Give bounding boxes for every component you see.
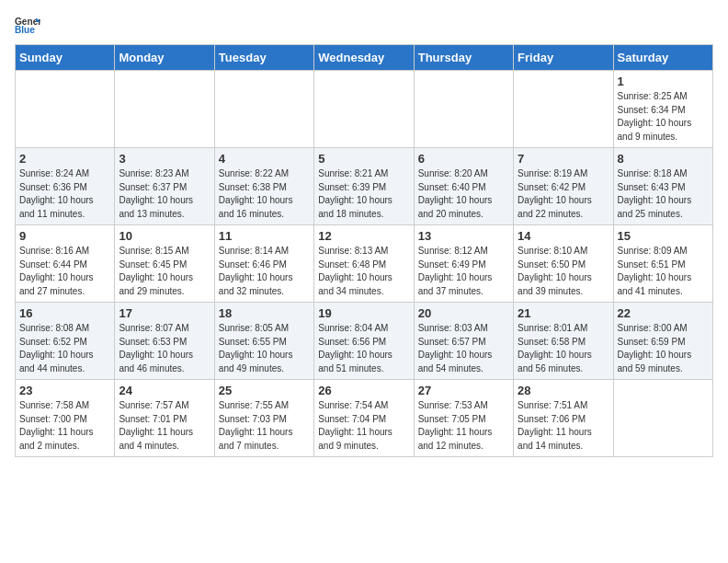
calendar-day-cell bbox=[414, 71, 513, 148]
day-info-text: Sunrise: 8:07 AM Sunset: 6:53 PM Dayligh… bbox=[119, 322, 210, 375]
day-number: 24 bbox=[119, 384, 210, 397]
day-info-text: Sunrise: 8:21 AM Sunset: 6:39 PM Dayligh… bbox=[318, 167, 409, 221]
day-info-text: Sunrise: 8:15 AM Sunset: 6:45 PM Dayligh… bbox=[119, 245, 210, 298]
day-info-text: Sunrise: 7:55 AM Sunset: 7:03 PM Dayligh… bbox=[219, 399, 310, 453]
day-info-text: Sunrise: 7:57 AM Sunset: 7:01 PM Dayligh… bbox=[119, 399, 210, 453]
day-number: 14 bbox=[518, 229, 609, 243]
calendar-day-cell bbox=[214, 71, 313, 148]
day-of-week-header: Tuesday bbox=[214, 45, 313, 71]
generalblue-logo-icon: General Blue bbox=[15, 15, 40, 35]
day-number: 3 bbox=[119, 152, 210, 166]
day-of-week-header: Wednesday bbox=[314, 45, 414, 71]
calendar-day-cell: 14Sunrise: 8:10 AM Sunset: 6:50 PM Dayli… bbox=[514, 225, 613, 303]
calendar-day-cell bbox=[514, 71, 613, 148]
calendar-day-cell: 18Sunrise: 8:05 AM Sunset: 6:55 PM Dayli… bbox=[214, 303, 313, 380]
day-number: 23 bbox=[19, 384, 110, 397]
day-number: 7 bbox=[518, 152, 609, 166]
calendar-day-cell: 16Sunrise: 8:08 AM Sunset: 6:52 PM Dayli… bbox=[16, 303, 115, 380]
day-number: 27 bbox=[418, 384, 509, 397]
calendar-day-cell: 23Sunrise: 7:58 AM Sunset: 7:00 PM Dayli… bbox=[16, 380, 115, 457]
calendar-week-row: 16Sunrise: 8:08 AM Sunset: 6:52 PM Dayli… bbox=[16, 303, 713, 380]
calendar-day-cell: 17Sunrise: 8:07 AM Sunset: 6:53 PM Dayli… bbox=[115, 303, 214, 380]
day-info-text: Sunrise: 8:22 AM Sunset: 6:38 PM Dayligh… bbox=[219, 167, 310, 221]
day-number: 26 bbox=[318, 384, 409, 397]
calendar-day-cell: 15Sunrise: 8:09 AM Sunset: 6:51 PM Dayli… bbox=[613, 225, 712, 303]
day-number: 19 bbox=[318, 306, 409, 320]
day-of-week-header: Friday bbox=[514, 45, 613, 71]
calendar-day-cell: 20Sunrise: 8:03 AM Sunset: 6:57 PM Dayli… bbox=[414, 303, 513, 380]
day-info-text: Sunrise: 8:03 AM Sunset: 6:57 PM Dayligh… bbox=[418, 322, 509, 375]
day-number: 20 bbox=[418, 306, 509, 320]
calendar-day-cell: 1Sunrise: 8:25 AM Sunset: 6:34 PM Daylig… bbox=[613, 71, 712, 148]
page-header: General Blue bbox=[15, 15, 713, 35]
day-info-text: Sunrise: 8:04 AM Sunset: 6:56 PM Dayligh… bbox=[318, 322, 409, 375]
day-info-text: Sunrise: 8:20 AM Sunset: 6:40 PM Dayligh… bbox=[418, 167, 509, 221]
day-info-text: Sunrise: 8:12 AM Sunset: 6:49 PM Dayligh… bbox=[418, 245, 509, 298]
day-info-text: Sunrise: 8:19 AM Sunset: 6:42 PM Dayligh… bbox=[518, 167, 609, 221]
day-of-week-header: Sunday bbox=[16, 45, 115, 71]
svg-text:Blue: Blue bbox=[15, 25, 35, 35]
day-number: 25 bbox=[219, 384, 310, 397]
calendar-day-cell: 13Sunrise: 8:12 AM Sunset: 6:49 PM Dayli… bbox=[414, 225, 513, 303]
calendar-day-cell: 25Sunrise: 7:55 AM Sunset: 7:03 PM Dayli… bbox=[214, 380, 313, 457]
calendar-day-cell bbox=[314, 71, 414, 148]
day-info-text: Sunrise: 7:51 AM Sunset: 7:06 PM Dayligh… bbox=[518, 399, 609, 453]
calendar-week-row: 9Sunrise: 8:16 AM Sunset: 6:44 PM Daylig… bbox=[16, 225, 713, 303]
calendar-day-cell: 24Sunrise: 7:57 AM Sunset: 7:01 PM Dayli… bbox=[115, 380, 214, 457]
calendar-day-cell: 4Sunrise: 8:22 AM Sunset: 6:38 PM Daylig… bbox=[214, 148, 313, 225]
day-info-text: Sunrise: 7:53 AM Sunset: 7:05 PM Dayligh… bbox=[418, 399, 509, 453]
day-info-text: Sunrise: 8:18 AM Sunset: 6:43 PM Dayligh… bbox=[618, 167, 709, 221]
day-number: 4 bbox=[219, 152, 310, 166]
calendar-day-cell: 10Sunrise: 8:15 AM Sunset: 6:45 PM Dayli… bbox=[115, 225, 214, 303]
calendar-table: SundayMondayTuesdayWednesdayThursdayFrid… bbox=[15, 44, 713, 457]
calendar-day-cell bbox=[16, 71, 115, 148]
day-info-text: Sunrise: 8:10 AM Sunset: 6:50 PM Dayligh… bbox=[518, 245, 609, 298]
day-number: 5 bbox=[318, 152, 409, 166]
calendar-day-cell: 21Sunrise: 8:01 AM Sunset: 6:58 PM Dayli… bbox=[514, 303, 613, 380]
day-of-week-header: Saturday bbox=[613, 45, 712, 71]
day-info-text: Sunrise: 7:54 AM Sunset: 7:04 PM Dayligh… bbox=[318, 399, 409, 453]
calendar-day-cell: 11Sunrise: 8:14 AM Sunset: 6:46 PM Dayli… bbox=[214, 225, 313, 303]
calendar-day-cell: 7Sunrise: 8:19 AM Sunset: 6:42 PM Daylig… bbox=[514, 148, 613, 225]
day-info-text: Sunrise: 8:24 AM Sunset: 6:36 PM Dayligh… bbox=[19, 167, 110, 221]
day-number: 8 bbox=[618, 152, 709, 166]
calendar-day-cell: 19Sunrise: 8:04 AM Sunset: 6:56 PM Dayli… bbox=[314, 303, 414, 380]
day-number: 11 bbox=[219, 229, 310, 243]
day-number: 13 bbox=[418, 229, 509, 243]
day-info-text: Sunrise: 8:05 AM Sunset: 6:55 PM Dayligh… bbox=[219, 322, 310, 375]
day-info-text: Sunrise: 8:09 AM Sunset: 6:51 PM Dayligh… bbox=[618, 245, 709, 298]
day-number: 2 bbox=[19, 152, 110, 166]
calendar-week-row: 23Sunrise: 7:58 AM Sunset: 7:00 PM Dayli… bbox=[16, 380, 713, 457]
day-info-text: Sunrise: 8:13 AM Sunset: 6:48 PM Dayligh… bbox=[318, 245, 409, 298]
calendar-day-cell: 5Sunrise: 8:21 AM Sunset: 6:39 PM Daylig… bbox=[314, 148, 414, 225]
day-number: 1 bbox=[618, 75, 709, 88]
day-number: 12 bbox=[318, 229, 409, 243]
calendar-week-row: 2Sunrise: 8:24 AM Sunset: 6:36 PM Daylig… bbox=[16, 148, 713, 225]
calendar-day-cell: 12Sunrise: 8:13 AM Sunset: 6:48 PM Dayli… bbox=[314, 225, 414, 303]
day-info-text: Sunrise: 7:58 AM Sunset: 7:00 PM Dayligh… bbox=[19, 399, 110, 453]
day-info-text: Sunrise: 8:23 AM Sunset: 6:37 PM Dayligh… bbox=[119, 167, 210, 221]
day-number: 9 bbox=[19, 229, 110, 243]
day-of-week-header: Thursday bbox=[414, 45, 513, 71]
calendar-day-cell: 6Sunrise: 8:20 AM Sunset: 6:40 PM Daylig… bbox=[414, 148, 513, 225]
calendar-day-cell bbox=[613, 380, 712, 457]
calendar-day-cell bbox=[115, 71, 214, 148]
day-number: 28 bbox=[518, 384, 609, 397]
day-number: 15 bbox=[618, 229, 709, 243]
calendar-header-row: SundayMondayTuesdayWednesdayThursdayFrid… bbox=[16, 45, 713, 71]
logo: General Blue bbox=[15, 15, 44, 35]
calendar-day-cell: 26Sunrise: 7:54 AM Sunset: 7:04 PM Dayli… bbox=[314, 380, 414, 457]
day-info-text: Sunrise: 8:25 AM Sunset: 6:34 PM Dayligh… bbox=[618, 90, 709, 144]
day-info-text: Sunrise: 8:08 AM Sunset: 6:52 PM Dayligh… bbox=[19, 322, 110, 375]
calendar-week-row: 1Sunrise: 8:25 AM Sunset: 6:34 PM Daylig… bbox=[16, 71, 713, 148]
day-info-text: Sunrise: 8:16 AM Sunset: 6:44 PM Dayligh… bbox=[19, 245, 110, 298]
day-info-text: Sunrise: 8:14 AM Sunset: 6:46 PM Dayligh… bbox=[219, 245, 310, 298]
calendar-day-cell: 3Sunrise: 8:23 AM Sunset: 6:37 PM Daylig… bbox=[115, 148, 214, 225]
day-number: 6 bbox=[418, 152, 509, 166]
day-number: 22 bbox=[618, 306, 709, 320]
day-number: 10 bbox=[119, 229, 210, 243]
calendar-day-cell: 27Sunrise: 7:53 AM Sunset: 7:05 PM Dayli… bbox=[414, 380, 513, 457]
day-number: 17 bbox=[119, 306, 210, 320]
calendar-day-cell: 28Sunrise: 7:51 AM Sunset: 7:06 PM Dayli… bbox=[514, 380, 613, 457]
day-of-week-header: Monday bbox=[115, 45, 214, 71]
